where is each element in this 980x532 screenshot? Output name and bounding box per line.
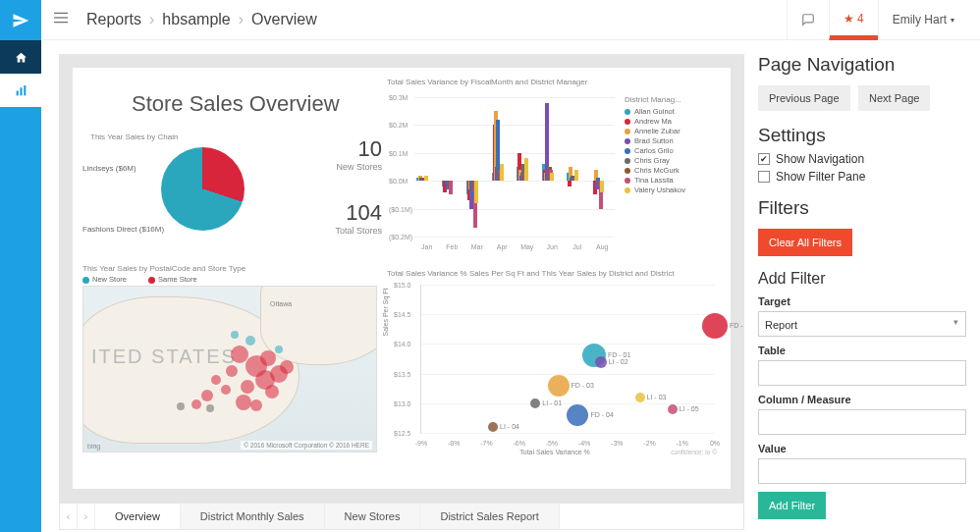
- field-label: Target: [758, 295, 966, 307]
- previous-page-button[interactable]: Previous Page: [758, 85, 850, 111]
- svg-rect-2: [24, 85, 26, 95]
- tab-overview[interactable]: Overview: [95, 504, 181, 529]
- left-sidebar: [0, 0, 41, 532]
- nav-reports-icon[interactable]: [0, 74, 41, 107]
- map-legend: New Store Same Store: [82, 275, 377, 284]
- svg-rect-3: [54, 13, 68, 14]
- kpi-new-stores: 10 New Stores: [318, 136, 382, 172]
- star-icon: ★: [844, 12, 854, 26]
- kpi-label: Total Stores: [318, 226, 382, 236]
- chevron-down-icon: ▾: [951, 16, 954, 25]
- value-input[interactable]: [758, 458, 966, 484]
- kpi-number: 10: [318, 136, 382, 162]
- tab-district-sales[interactable]: District Sales Report: [420, 504, 559, 529]
- legend: District Manag... Allan GuinotAndrew MaA…: [625, 95, 723, 195]
- bar-chart[interactable]: Total Sales Variance by FiscalMonth and …: [387, 78, 723, 254]
- confidence-label: confidence: lo ©: [671, 449, 717, 455]
- show-navigation-checkbox[interactable]: ✔: [758, 153, 770, 165]
- field-label: Table: [758, 345, 966, 356]
- kpi-number: 104: [318, 200, 382, 226]
- brand-logo-icon[interactable]: [0, 0, 41, 40]
- report-tabs: ‹ › Overview District Monthly Sales New …: [59, 503, 744, 530]
- menu-toggle-icon[interactable]: [53, 11, 73, 28]
- map-label: ITED STATES: [91, 346, 237, 368]
- checkbox-label: Show Navigation: [776, 152, 864, 166]
- favorites-button[interactable]: ★4: [829, 0, 878, 40]
- next-page-button[interactable]: Next Page: [858, 85, 930, 111]
- tab-prev-icon[interactable]: ‹: [60, 504, 78, 529]
- column-input[interactable]: [758, 409, 966, 435]
- axis-label: Total Sales Variance %: [519, 449, 589, 455]
- show-filter-pane-checkbox[interactable]: [758, 171, 770, 183]
- axis-label: Sales Per Sq Ft: [382, 288, 389, 336]
- field-label: Value: [758, 443, 966, 454]
- target-select[interactable]: Report: [758, 311, 966, 337]
- panel-heading: Settings: [758, 125, 966, 146]
- breadcrumb: Reports › hbsample › Overview: [86, 11, 317, 28]
- legend-item: Same Store: [158, 275, 197, 284]
- map-attribution: bing: [87, 443, 100, 450]
- nav-home-icon[interactable]: [0, 40, 41, 74]
- kpi-label: New Stores: [318, 162, 382, 172]
- tab-district-monthly[interactable]: District Monthly Sales: [181, 504, 325, 529]
- chart-caption: Total Sales Variance by FiscalMonth and …: [387, 78, 723, 86]
- tab-new-stores[interactable]: New Stores: [325, 504, 421, 529]
- pie-slice-label: Lindseys ($6M): [82, 164, 136, 173]
- panel-heading: Add Filter: [758, 270, 966, 288]
- chart-caption: This Year Sales by PostalCode and Store …: [82, 264, 377, 273]
- user-menu[interactable]: Emily Hart ▾: [878, 0, 968, 40]
- table-input[interactable]: [758, 360, 966, 386]
- breadcrumb-item[interactable]: Reports: [86, 11, 141, 28]
- chevron-right-icon: ›: [239, 11, 244, 28]
- topbar: Reports › hbsample › Overview ★4 Emily H…: [41, 0, 980, 40]
- checkbox-label: Show Filter Pane: [776, 170, 865, 184]
- breadcrumb-item[interactable]: hbsample: [162, 11, 230, 28]
- svg-rect-4: [54, 17, 68, 18]
- map-city-label: Ottawa: [270, 300, 292, 307]
- chart-caption: Total Sales Variance % Sales Per Sq Ft a…: [387, 269, 723, 278]
- svg-rect-0: [16, 90, 18, 95]
- map-chart[interactable]: This Year Sales by PostalCode and Store …: [82, 264, 377, 460]
- clear-filters-button[interactable]: Clear All Filters: [758, 229, 852, 256]
- breadcrumb-item: Overview: [251, 11, 317, 28]
- legend-item: New Store: [92, 275, 127, 284]
- svg-rect-5: [54, 22, 68, 23]
- tab-next-icon[interactable]: ›: [78, 504, 95, 529]
- pie-chart[interactable]: This Year Sales by Chain Lindseys ($6M) …: [82, 127, 299, 231]
- scatter-chart[interactable]: Total Sales Variance % Sales Per Sq Ft a…: [387, 269, 723, 455]
- settings-panel: Page Navigation Previous Page Next Page …: [758, 54, 966, 530]
- report-canvas: Store Sales Overview This Year Sales by …: [59, 54, 744, 503]
- field-label: Column / Measure: [758, 394, 966, 405]
- panel-heading: Page Navigation: [758, 54, 966, 76]
- add-filter-button[interactable]: Add Filter: [758, 492, 826, 519]
- map-attribution: © 2016 Microsoft Corporation © 2016 HERE: [241, 441, 372, 450]
- chat-icon[interactable]: [787, 0, 829, 40]
- chevron-right-icon: ›: [149, 11, 154, 28]
- user-name: Emily Hart: [893, 13, 947, 27]
- svg-rect-1: [20, 87, 22, 95]
- kpi-total-stores: 104 Total Stores: [318, 200, 382, 236]
- chart-caption: This Year Sales by Chain: [82, 127, 299, 147]
- favorites-count: 4: [857, 12, 864, 26]
- pie-slice-label: Fashions Direct ($16M): [82, 225, 164, 234]
- panel-heading: Filters: [758, 197, 966, 219]
- legend-header: District Manag...: [625, 95, 723, 104]
- report-title: Store Sales Overview: [132, 91, 340, 117]
